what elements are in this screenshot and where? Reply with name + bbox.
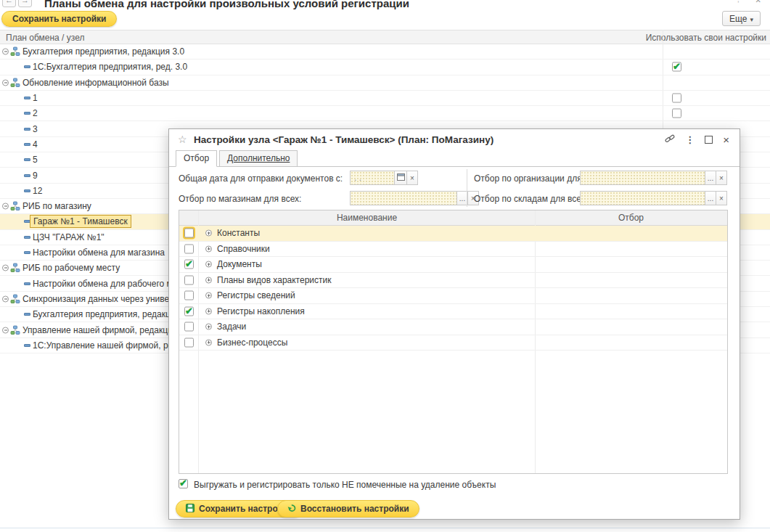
expand-icon[interactable] bbox=[205, 245, 212, 252]
tree-node-label: ЦЗЧ "ГАРАЖ №1" bbox=[33, 232, 105, 242]
tree-group-label: РИБ по рабочему месту bbox=[22, 263, 120, 273]
expand-icon[interactable] bbox=[205, 324, 212, 330]
metadata-table-header: Наименование Отбор bbox=[179, 210, 727, 226]
use-own-settings-checkbox[interactable] bbox=[672, 62, 681, 72]
expand-icon[interactable] bbox=[205, 308, 212, 314]
node-dash-icon bbox=[24, 158, 30, 161]
expand-icon[interactable] bbox=[205, 230, 212, 237]
metadata-row[interactable]: Планы видов характеристик bbox=[179, 273, 727, 289]
close-form-icon[interactable]: ✕ bbox=[755, 0, 761, 4]
tab-dopolnitelno[interactable]: Дополнительно bbox=[219, 150, 298, 167]
tree-row[interactable]: 1 bbox=[0, 91, 770, 106]
back-button[interactable]: ← bbox=[2, 0, 16, 7]
node-dash-icon bbox=[24, 236, 30, 239]
collapse-icon[interactable] bbox=[2, 203, 9, 210]
include-checkbox[interactable] bbox=[184, 322, 194, 332]
org-input[interactable] bbox=[580, 171, 705, 185]
metadata-table: Наименование Отбор КонстантыСправочникиД… bbox=[179, 210, 728, 474]
tree-node-label: 5 bbox=[33, 155, 38, 165]
tree-row[interactable]: Бухгалтерия предприятия, редакция 3.0 bbox=[0, 44, 770, 60]
warehouse-field-label: Отбор по складам для всех: bbox=[474, 194, 588, 204]
tree-node-label: 2 bbox=[33, 108, 38, 118]
node-dash-icon bbox=[24, 313, 30, 316]
fields-divider bbox=[467, 169, 467, 207]
collapse-icon[interactable] bbox=[2, 79, 9, 86]
warehouse-select-button[interactable]: ... bbox=[705, 191, 716, 205]
metadata-row[interactable]: Справочники bbox=[179, 242, 727, 258]
calendar-button[interactable] bbox=[394, 171, 407, 185]
use-own-settings-checkbox[interactable] bbox=[672, 94, 681, 103]
clear-org-button[interactable]: × bbox=[716, 171, 727, 185]
forward-button[interactable]: → bbox=[18, 0, 32, 7]
org-select-button[interactable]: ... bbox=[705, 171, 716, 185]
date-input[interactable]: . . bbox=[350, 171, 395, 185]
metadata-label: Задачи bbox=[217, 322, 246, 332]
save-icon bbox=[186, 504, 194, 515]
metadata-row[interactable]: Константы bbox=[179, 226, 727, 242]
tree-node-label: 4 bbox=[33, 139, 38, 150]
shop-input[interactable] bbox=[350, 191, 457, 205]
include-checkbox[interactable] bbox=[184, 275, 194, 285]
include-checkbox[interactable] bbox=[184, 291, 194, 300]
include-checkbox[interactable] bbox=[184, 244, 194, 253]
link-icon[interactable] bbox=[665, 134, 675, 146]
include-checkbox[interactable] bbox=[184, 260, 194, 269]
exchange-plan-icon bbox=[10, 201, 20, 211]
tree-node-label: 3 bbox=[33, 124, 38, 134]
chevron-down-icon: ▾ bbox=[750, 16, 753, 23]
more-button-label: Еще bbox=[729, 14, 747, 24]
collapse-icon[interactable] bbox=[2, 265, 9, 271]
include-checkbox[interactable] bbox=[184, 337, 194, 347]
metadata-row[interactable]: Бизнес-процессы bbox=[179, 335, 727, 351]
kebab-menu-icon[interactable]: ⋮ bbox=[685, 135, 695, 144]
metadata-row[interactable]: Регистры накопления bbox=[179, 304, 727, 320]
tree-node-label: Настройки обмена для магазина bbox=[33, 247, 165, 258]
exchange-plan-icon bbox=[10, 294, 20, 304]
metadata-row[interactable]: Задачи bbox=[179, 319, 727, 335]
favorite-star-icon[interactable]: ☆ bbox=[178, 134, 187, 145]
include-checkbox[interactable] bbox=[184, 229, 194, 238]
metadata-rows: КонстантыСправочникиДокументыПланы видов… bbox=[179, 226, 727, 473]
dialog-title: Настройки узла <Гараж №1 - Тимашевск> (П… bbox=[194, 134, 493, 145]
node-dash-icon bbox=[24, 65, 30, 68]
metadata-row[interactable]: Документы bbox=[179, 257, 727, 273]
expand-icon[interactable] bbox=[205, 261, 212, 268]
node-dash-icon bbox=[24, 97, 30, 99]
save-settings-button[interactable]: Сохранить настройки bbox=[1, 11, 117, 27]
tree-row[interactable]: Обновление информационной базы bbox=[0, 75, 770, 91]
node-dash-icon bbox=[24, 128, 30, 131]
node-dash-icon bbox=[24, 189, 30, 192]
include-checkbox[interactable] bbox=[184, 306, 194, 316]
tree-row[interactable]: 1С:Бухгалтерия предприятия, ред. 3.0 bbox=[0, 60, 770, 75]
metadata-row[interactable]: Регистры сведений bbox=[179, 288, 727, 304]
use-own-settings-checkbox[interactable] bbox=[672, 109, 681, 118]
page-title: Планы обмена для настройки произвольных … bbox=[44, 0, 409, 9]
clear-warehouse-button[interactable]: × bbox=[716, 191, 727, 205]
collapse-icon[interactable] bbox=[2, 295, 9, 302]
node-dash-icon bbox=[24, 251, 30, 254]
footer-checkbox-label: Выгружать и регистрировать только НЕ пом… bbox=[194, 480, 496, 490]
clear-date-button[interactable]: × bbox=[406, 171, 418, 185]
collapse-icon[interactable] bbox=[2, 49, 9, 55]
only-not-deleted-checkbox[interactable] bbox=[179, 479, 188, 488]
restore-settings-button[interactable]: Восстановить настройки bbox=[277, 500, 419, 517]
tree-node-label: 12 bbox=[33, 186, 42, 196]
maximize-icon[interactable] bbox=[705, 136, 713, 144]
expand-icon[interactable] bbox=[205, 292, 212, 299]
collapse-icon[interactable] bbox=[2, 327, 9, 333]
more-button[interactable]: Еще▾ bbox=[722, 11, 761, 26]
node-settings-dialog: ☆ Настройки узла <Гараж №1 - Тимашевск> … bbox=[168, 128, 740, 520]
metadata-label: Планы видов характеристик bbox=[217, 275, 331, 285]
exchange-plan-icon bbox=[10, 325, 20, 335]
close-icon[interactable]: × bbox=[723, 135, 729, 144]
pin-icon[interactable]: ⁝ bbox=[737, 0, 740, 4]
column-header-use-own-settings: Использовать свои настройки bbox=[646, 33, 766, 43]
expand-icon[interactable] bbox=[205, 277, 212, 283]
metadata-label: Справочники bbox=[217, 244, 270, 254]
metadata-label: Регистры накопления bbox=[217, 306, 305, 316]
warehouse-input[interactable] bbox=[580, 191, 705, 205]
node-dash-icon bbox=[24, 143, 30, 146]
tree-row[interactable]: 2 bbox=[0, 106, 770, 121]
tab-otbor[interactable]: Отбор bbox=[176, 150, 217, 167]
expand-icon[interactable] bbox=[205, 339, 212, 345]
